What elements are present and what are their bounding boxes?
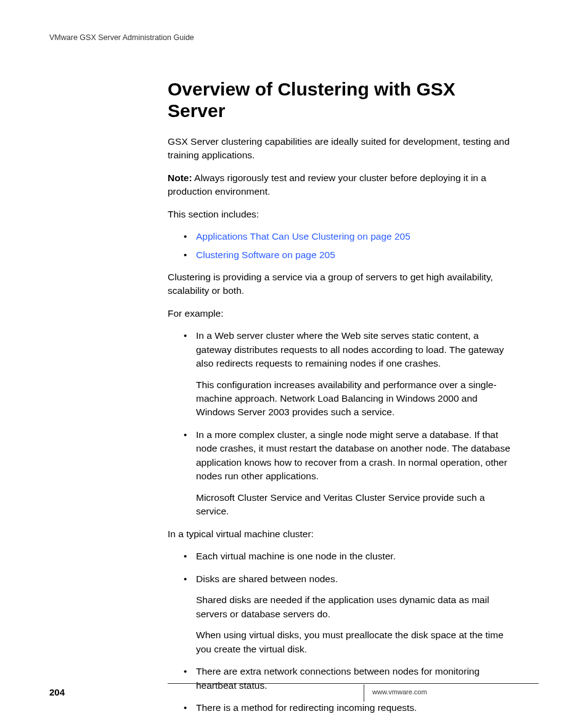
toc-link-list: Applications That Can Use Clustering on … xyxy=(184,230,510,261)
item-sub: When using virtual disks, you must preal… xyxy=(196,628,510,656)
for-example-label: For example: xyxy=(168,307,510,320)
list-item: In a Web server cluster where the Web si… xyxy=(184,329,510,420)
footer-divider xyxy=(364,684,364,702)
xref-link[interactable]: Clustering Software on page 205 xyxy=(196,249,335,260)
typical-cluster-list: Each virtual machine is one node in the … xyxy=(184,550,510,714)
page-content: Overview of Clustering with GSX Server G… xyxy=(168,79,510,714)
list-item: There is a method for redirecting incomi… xyxy=(184,701,510,714)
typical-cluster-label: In a typical virtual machine cluster: xyxy=(168,527,510,541)
example-list: In a Web server cluster where the Web si… xyxy=(184,329,510,519)
list-item: In a more complex cluster, a single node… xyxy=(184,428,510,519)
footer-url: www.vmware.com xyxy=(372,688,427,696)
example-main: In a more complex cluster, a single node… xyxy=(196,429,510,481)
list-item: There are extra network connections betw… xyxy=(184,665,510,692)
example-sub: Microsoft Cluster Service and Veritas Cl… xyxy=(196,491,510,519)
note-text: Always rigorously test and review your c… xyxy=(168,172,486,197)
example-main: In a Web server cluster where the Web si… xyxy=(196,330,504,368)
list-item: Clustering Software on page 205 xyxy=(184,248,510,262)
item-text: Disks are shared between nodes. xyxy=(196,574,338,584)
running-header: VMware GSX Server Administration Guide xyxy=(49,33,194,42)
section-heading: Overview of Clustering with GSX Server xyxy=(168,79,510,121)
note-label: Note: xyxy=(168,172,192,183)
item-sub: Shared disks are needed if the applicati… xyxy=(196,593,510,621)
list-item: Disks are shared between nodes. Shared d… xyxy=(184,572,510,656)
item-text: Each virtual machine is one node in the … xyxy=(196,551,396,561)
list-item: Each virtual machine is one node in the … xyxy=(184,550,510,563)
note-paragraph: Note: Always rigorously test and review … xyxy=(168,171,510,199)
xref-link[interactable]: Applications That Can Use Clustering on … xyxy=(196,231,410,241)
item-text: There are extra network connections betw… xyxy=(196,666,480,690)
intro-paragraph: GSX Server clustering capabilities are i… xyxy=(168,135,510,163)
example-sub: This configuration increases availabilit… xyxy=(196,378,510,420)
clustering-definition: Clustering is providing a service via a … xyxy=(168,270,510,298)
section-includes-label: This section includes: xyxy=(168,208,510,221)
page-number: 204 xyxy=(49,687,65,697)
list-item: Applications That Can Use Clustering on … xyxy=(184,230,510,243)
footer-rule xyxy=(168,683,539,684)
item-text: There is a method for redirecting incomi… xyxy=(196,702,417,713)
